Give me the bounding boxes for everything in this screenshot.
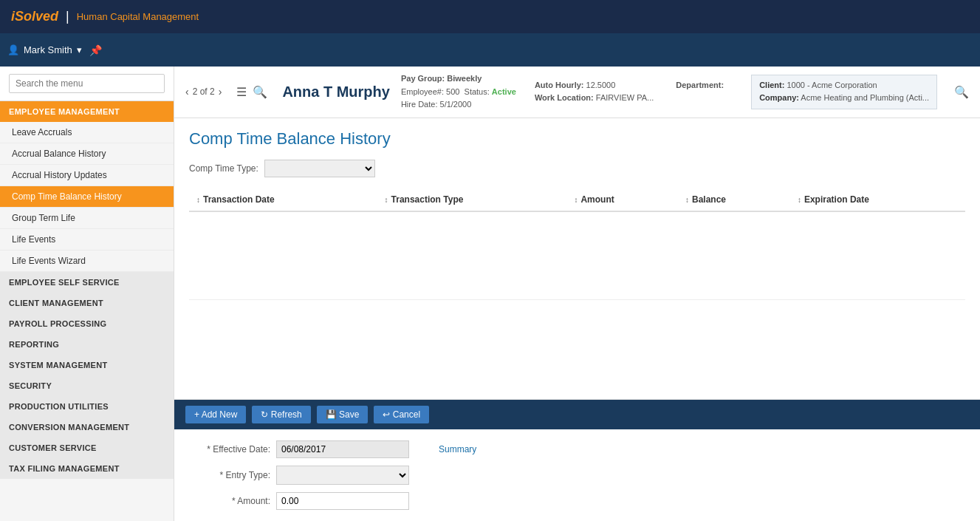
work-location-value: FAIRVIEW PA... bbox=[596, 93, 654, 102]
col-transaction-date[interactable]: ↕Transaction Date bbox=[189, 188, 377, 211]
client-block: Client: 1000 - Acme Corporation Company:… bbox=[751, 75, 937, 109]
table-header-row: ↕Transaction Date ↕Transaction Type ↕Amo… bbox=[189, 188, 965, 211]
data-table: ↕Transaction Date ↕Transaction Type ↕Amo… bbox=[189, 188, 965, 301]
content-area: ‹ 2 of 2 › ☰ 🔍 Anna T Murphy Pay Group: … bbox=[174, 67, 980, 521]
logo-subtitle: Human Capital Management bbox=[77, 11, 199, 22]
col-balance[interactable]: ↕Balance bbox=[678, 188, 790, 211]
bottom-toolbar: + Add New ↻ Refresh 💾 Save ↩ Cancel bbox=[174, 400, 980, 429]
sidebar: EMPLOYEE MANAGEMENT Leave Accruals Accru… bbox=[0, 67, 174, 521]
hire-date-label: Hire Date: bbox=[401, 100, 438, 109]
list-icon[interactable]: ☰ bbox=[236, 85, 247, 99]
sidebar-section-employee-management[interactable]: EMPLOYEE MANAGEMENT bbox=[0, 101, 174, 122]
nav-count: 2 of 2 bbox=[193, 86, 215, 97]
pay-group-label: Pay Group: bbox=[401, 74, 445, 83]
search-menu-container bbox=[0, 67, 174, 101]
sidebar-section-reporting[interactable]: REPORTING bbox=[0, 334, 174, 355]
nav-icons: ☰ 🔍 bbox=[236, 85, 267, 99]
add-new-button[interactable]: + Add New bbox=[185, 406, 246, 423]
hire-date-value: 5/1/2000 bbox=[440, 100, 472, 109]
user-name-label: Mark Smith bbox=[24, 44, 72, 55]
employee-status: Active bbox=[492, 87, 516, 96]
user-dropdown-arrow[interactable]: ▾ bbox=[77, 44, 82, 55]
bottom-form: * Effective Date: * Entry Type: * Amount… bbox=[174, 429, 980, 521]
col-expiration-date[interactable]: ↕Expiration Date bbox=[790, 188, 965, 211]
bottom-panel: + Add New ↻ Refresh 💾 Save ↩ Cancel * Ef… bbox=[174, 399, 980, 521]
main-layout: EMPLOYEE MANAGEMENT Leave Accruals Accru… bbox=[0, 67, 980, 521]
refresh-button[interactable]: ↻ Refresh bbox=[252, 406, 310, 423]
sort-arrow-transaction-date: ↕ bbox=[196, 196, 200, 204]
client-label: Client: bbox=[759, 81, 784, 89]
form-fields: * Effective Date: * Entry Type: * Amount… bbox=[189, 440, 409, 510]
employee-details: Auto Hourly: 12.5000 Work Location: FAIR… bbox=[535, 79, 724, 105]
user-icon: 👤 bbox=[7, 44, 19, 55]
employee-header: ‹ 2 of 2 › ☰ 🔍 Anna T Murphy Pay Group: … bbox=[174, 67, 980, 118]
employee-meta: Pay Group: Biweekly Employee#: 500 Statu… bbox=[401, 72, 516, 112]
sidebar-section-client-management[interactable]: CLIENT MANAGEMENT bbox=[0, 293, 174, 313]
sidebar-section-system-management[interactable]: SYSTEM MANAGEMENT bbox=[0, 355, 174, 375]
table-empty-row bbox=[189, 211, 965, 300]
auto-hourly-block: Auto Hourly: 12.5000 Work Location: FAIR… bbox=[535, 79, 654, 105]
amount-label: * Amount: bbox=[189, 496, 270, 506]
sidebar-section-conversion-management[interactable]: CONVERSION MANAGEMENT bbox=[0, 417, 174, 437]
sidebar-section-security[interactable]: SECURITY bbox=[0, 375, 174, 396]
nav-next-button[interactable]: › bbox=[219, 86, 222, 98]
search-icon[interactable]: 🔍 bbox=[253, 85, 267, 99]
logo-text: iSolved bbox=[11, 9, 58, 24]
effective-date-label: * Effective Date: bbox=[189, 444, 270, 454]
sidebar-item-accrual-history-updates[interactable]: Accrual History Updates bbox=[0, 165, 174, 186]
top-bar: iSolved | Human Capital Management bbox=[0, 0, 980, 33]
entry-type-row: * Entry Type: bbox=[189, 466, 409, 485]
sidebar-item-life-events-wizard[interactable]: Life Events Wizard bbox=[0, 251, 174, 272]
employee-number: 500 bbox=[446, 87, 459, 96]
auto-hourly-value: 12.5000 bbox=[586, 81, 616, 89]
amount-row: * Amount: bbox=[189, 492, 409, 510]
sort-arrow-balance: ↕ bbox=[685, 196, 689, 204]
sidebar-section-payroll-processing[interactable]: PAYROLL PROCESSING bbox=[0, 313, 174, 334]
nav-prev-button[interactable]: ‹ bbox=[185, 86, 189, 98]
comp-time-type-label: Comp Time Type: bbox=[189, 163, 258, 174]
effective-date-row: * Effective Date: bbox=[189, 440, 409, 458]
company-value: Acme Heating and Plumbing (Acti... bbox=[801, 93, 929, 102]
sidebar-item-group-term-life[interactable]: Group Term Life bbox=[0, 208, 174, 229]
sidebar-section-tax-filing-management[interactable]: TAX FILING MANAGEMENT bbox=[0, 458, 174, 479]
sort-arrow-expiration-date: ↕ bbox=[798, 196, 801, 204]
logo-divider: | bbox=[66, 9, 69, 24]
amount-input[interactable] bbox=[276, 492, 409, 510]
entry-type-label: * Entry Type: bbox=[189, 470, 270, 480]
pin-icon[interactable]: 📌 bbox=[89, 44, 102, 56]
auto-hourly-label: Auto Hourly: bbox=[535, 81, 584, 89]
summary-section: Summary bbox=[439, 440, 476, 510]
sidebar-section-customer-service[interactable]: CUSTOMER SERVICE bbox=[0, 437, 174, 458]
sidebar-item-life-events[interactable]: Life Events bbox=[0, 229, 174, 251]
col-transaction-type[interactable]: ↕Transaction Type bbox=[377, 188, 567, 211]
nav-arrows: ‹ 2 of 2 › bbox=[185, 86, 222, 98]
employee-name: Anna T Murphy bbox=[282, 84, 390, 101]
sidebar-section-production-utilities[interactable]: PRODUCTION UTILITIES bbox=[0, 396, 174, 417]
sidebar-item-comp-time-balance-history[interactable]: Comp Time Balance History bbox=[0, 186, 174, 208]
user-name-section[interactable]: 👤 Mark Smith ▾ bbox=[7, 44, 82, 55]
page-title: Comp Time Balance History bbox=[189, 129, 965, 149]
page-content: Comp Time Balance History Comp Time Type… bbox=[174, 118, 980, 399]
department-label: Department: bbox=[676, 81, 724, 89]
save-button[interactable]: 💾 Save bbox=[317, 406, 369, 423]
work-location-label: Work Location: bbox=[535, 93, 594, 102]
sort-arrow-transaction-type: ↕ bbox=[385, 196, 388, 204]
search-input[interactable] bbox=[9, 74, 165, 93]
comp-time-filter: Comp Time Type: bbox=[189, 160, 965, 177]
col-amount[interactable]: ↕Amount bbox=[566, 188, 678, 211]
comp-time-type-select[interactable] bbox=[264, 160, 375, 177]
department-block: Department: bbox=[676, 79, 724, 105]
summary-link[interactable]: Summary bbox=[439, 444, 476, 454]
user-bar: 👤 Mark Smith ▾ 📌 bbox=[0, 33, 980, 67]
company-label: Company: bbox=[759, 93, 799, 102]
effective-date-input[interactable] bbox=[276, 440, 409, 458]
client-search-icon[interactable]: 🔍 bbox=[954, 85, 969, 99]
client-value: 1000 - Acme Corporation bbox=[787, 81, 877, 89]
sidebar-section-employee-self-service[interactable]: EMPLOYEE SELF SERVICE bbox=[0, 272, 174, 293]
sidebar-item-leave-accruals[interactable]: Leave Accruals bbox=[0, 122, 174, 143]
pay-group-value: Biweekly bbox=[447, 74, 482, 83]
sidebar-item-accrual-balance-history[interactable]: Accrual Balance History bbox=[0, 143, 174, 165]
entry-type-select[interactable] bbox=[276, 466, 409, 485]
sort-arrow-amount: ↕ bbox=[574, 196, 578, 204]
cancel-button[interactable]: ↩ Cancel bbox=[374, 406, 429, 423]
